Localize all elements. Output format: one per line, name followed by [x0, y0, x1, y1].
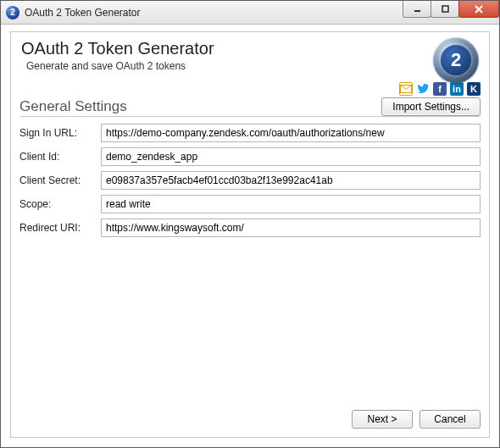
signin-url-label: Sign In URL: — [19, 127, 96, 139]
client-id-input[interactable] — [101, 147, 481, 166]
window-title: OAuth 2 Token Generator — [25, 7, 141, 19]
redirect-uri-input[interactable] — [101, 218, 481, 237]
section-title: General Settings — [19, 98, 127, 115]
import-settings-button[interactable]: Import Settings... — [381, 97, 481, 116]
kingswaysoft-icon[interactable]: K — [467, 82, 481, 96]
scope-label: Scope: — [19, 198, 96, 210]
maximize-button[interactable] — [431, 1, 459, 18]
next-button[interactable]: Next > — [352, 410, 413, 429]
page-subtitle: Generate and save OAuth 2 tokens — [26, 60, 479, 72]
header: OAuth 2 Token Generator Generate and sav… — [19, 37, 481, 79]
settings-form: Sign In URL: Client Id: Client Secret: S… — [19, 124, 481, 237]
maximize-icon — [441, 4, 450, 14]
svg-rect-1 — [442, 6, 448, 12]
close-button[interactable] — [458, 1, 499, 18]
section-row: General Settings Import Settings... — [19, 97, 481, 117]
titlebar: 2 OAuth 2 Token Generator — [1, 1, 499, 25]
linkedin-icon[interactable]: in — [450, 82, 464, 96]
twitter-icon[interactable] — [416, 82, 430, 96]
scope-input[interactable] — [101, 195, 481, 213]
cancel-button[interactable]: Cancel — [419, 410, 481, 429]
redirect-uri-label: Redirect URI: — [19, 222, 96, 234]
main-panel: OAuth 2 Token Generator Generate and sav… — [10, 31, 490, 438]
client-secret-input[interactable] — [101, 171, 481, 190]
window-buttons — [403, 1, 499, 18]
footer-buttons: Next > Cancel — [352, 410, 481, 429]
client-area: OAuth 2 Token Generator Generate and sav… — [2, 25, 498, 446]
app-icon: 2 — [6, 6, 19, 19]
social-icons: f in K — [19, 82, 481, 96]
minimize-button[interactable] — [403, 1, 431, 18]
oauth2-badge-glyph: 2 — [441, 45, 471, 75]
facebook-icon[interactable]: f — [433, 82, 447, 96]
client-secret-label: Client Secret: — [19, 174, 96, 186]
close-icon — [474, 4, 484, 14]
mail-icon[interactable] — [399, 82, 413, 96]
page-title: OAuth 2 Token Generator — [21, 39, 479, 58]
oauth2-badge: 2 — [433, 37, 479, 83]
signin-url-input[interactable] — [101, 124, 481, 142]
minimize-icon — [413, 4, 422, 14]
client-id-label: Client Id: — [19, 151, 96, 163]
